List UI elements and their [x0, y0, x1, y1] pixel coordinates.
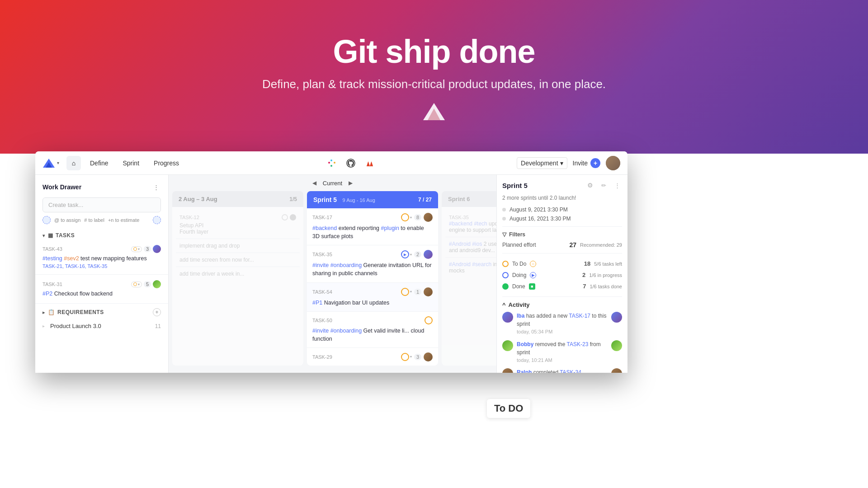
sidebar-options-button[interactable]: ⋮: [151, 182, 161, 192]
status-row-todo: To Do ○ 18 5/6 tasks left: [502, 258, 622, 269]
sprint-6-task-1[interactable]: TASK-35 #backend #tech update JSON to co…: [445, 211, 496, 237]
todo-count: 18: [584, 260, 590, 267]
task-card-35[interactable]: TASK-35 ▾ 2: [307, 245, 438, 282]
task-29-avatar: [424, 352, 433, 361]
tasks-section-header[interactable]: ▾ ▦ TASKS: [35, 230, 168, 241]
divider: [35, 274, 168, 275]
bobby-task-link[interactable]: TASK-23: [567, 341, 589, 347]
nav-logo[interactable]: ▾: [42, 158, 59, 168]
sprint-5-body: TASK-17 ▾ 8: [307, 208, 438, 366]
iba-text: has added a new: [526, 313, 569, 319]
sprint-4-task-2[interactable]: implement drag and drop: [176, 239, 300, 253]
req-arrow-icon: ▸: [42, 324, 45, 328]
todo-label-bottom: To DO: [487, 399, 530, 418]
bobby-text: removed the: [535, 341, 567, 347]
create-task-input[interactable]: Create task...: [42, 197, 161, 212]
task-id-43: TASK-43: [42, 246, 62, 252]
assign-plus-circle: [153, 216, 161, 224]
ghost-status-icon: [282, 214, 288, 221]
iba-task-link[interactable]: TASK-17: [569, 313, 590, 319]
task-card-29[interactable]: TASK-29 ▾ 3: [307, 348, 438, 366]
center-content: ◀ Current ▶ 2 Aug – 3 Aug 1/5 TASK-12: [169, 175, 496, 373]
status-row-done: Done ■ 7 1/6 tasks done: [502, 281, 622, 292]
task-35-avatar: [424, 250, 433, 259]
sprint-edit-icon[interactable]: ✏: [599, 180, 609, 190]
priority-dropdown-icon: ▾: [138, 247, 140, 251]
nav-progress-link[interactable]: Progress: [148, 157, 184, 169]
task-35-dropdown-arrow[interactable]: ▾: [410, 253, 412, 257]
bobby-time: today, 10:21 AM: [517, 357, 608, 364]
nav-home-button[interactable]: ⌂: [66, 156, 81, 170]
sprint-board: 2 Aug – 3 Aug 1/5 TASK-12: [169, 189, 496, 369]
sprint-6-body: TASK-35 #backend #tech update JSON to co…: [442, 207, 496, 366]
gitlab-icon[interactable]: [364, 157, 376, 169]
requirements-section-header[interactable]: ▸ 📋 REQUIREMENTS +: [35, 305, 168, 319]
app-logo-icon: [42, 158, 55, 168]
sprint-4-body: TASK-12 Setup APIFourth layer implement …: [172, 207, 303, 366]
github-icon[interactable]: [345, 157, 357, 169]
nav-sprint-link[interactable]: Sprint: [117, 157, 145, 169]
sprint-nav: ◀ Current ▶: [169, 175, 496, 189]
sprint-next-arrow[interactable]: ▶: [346, 178, 355, 188]
nav-logo-dropdown-arrow[interactable]: ▾: [57, 160, 59, 165]
requirement-item[interactable]: ▸ Product Launch 3.0 11: [35, 319, 168, 333]
tasks-section-label: TASKS: [56, 232, 75, 239]
done-count: 7: [583, 283, 586, 290]
invite-button[interactable]: Invite +: [573, 158, 600, 168]
task-id-31: TASK-31: [42, 282, 62, 287]
sprint-4-title: 2 Aug – 3 Aug: [179, 196, 217, 202]
slack-icon[interactable]: [326, 157, 338, 169]
task-17-dropdown-arrow[interactable]: ▾: [410, 216, 412, 220]
task-54-dropdown-arrow[interactable]: ▾: [410, 290, 412, 294]
svg-rect-4: [328, 162, 330, 164]
main-layout: Work Drawer ⋮ Create task... @ to assign…: [35, 175, 627, 373]
sprint-more-icon[interactable]: ⋮: [612, 180, 622, 190]
count-badge-43: 3: [144, 246, 151, 252]
sprint-col-6: Sprint 6 TASK-35 #backend #tech update J…: [442, 191, 496, 366]
end-date-dot-icon: [502, 217, 506, 221]
req-label: Product Launch 3.0: [50, 323, 101, 329]
task-refs-43: TASK-21, TASK-16, TASK-35: [42, 263, 161, 269]
task-item[interactable]: TASK-43 ▾ 3 #testing #sev2 test new mapp…: [35, 241, 168, 272]
activity-header: ^ Activity: [502, 301, 622, 308]
todo-sub: 5/6 tasks left: [594, 261, 622, 267]
sprint-settings-icon[interactable]: ⚙: [585, 180, 595, 190]
status-row-doing: Doing ▶ 2 1/6 in progress: [502, 269, 622, 281]
invite-plus-icon: +: [590, 158, 600, 168]
sprint-6-task-2[interactable]: #Android #ios 2 user reports that on and…: [445, 237, 496, 258]
add-requirement-button[interactable]: +: [153, 308, 161, 316]
team-name: Development: [521, 160, 558, 167]
task-card-54[interactable]: TASK-54 ▾ 1: [307, 283, 438, 312]
sprint-4-task-3[interactable]: add time screen from now for...: [176, 253, 300, 267]
sprint-4-task-1[interactable]: TASK-12 Setup APIFourth layer: [176, 211, 300, 239]
task-text-43: #testing #sev2 test new mapping features: [42, 254, 161, 263]
doing-status-label: Doing: [512, 272, 526, 278]
sprint-6-task-3[interactable]: #Android #search implement we... #CheckI…: [445, 258, 496, 277]
bobby-avatar-right: [611, 340, 622, 351]
nav-center-icons: [188, 157, 513, 169]
sprint-5-title: Sprint 5: [313, 196, 337, 203]
nav-define-link[interactable]: Define: [85, 157, 113, 169]
svg-rect-5: [330, 160, 332, 161]
task-17-text: #backend extend reporting #plugin to ena…: [312, 224, 433, 240]
sprint-6-title: Sprint 6: [448, 196, 470, 202]
user-avatar[interactable]: [606, 156, 620, 170]
task-card-17[interactable]: TASK-17 ▾ 8: [307, 208, 438, 245]
hero-section: Git ship done Define, plan & track missi…: [0, 0, 868, 154]
recommended-value: Recommended: 29: [580, 242, 622, 248]
task-item-31[interactable]: TASK-31 ▾ 5 #P2 Checkout flow backend: [35, 277, 168, 301]
task-avatar-31: [153, 280, 161, 288]
task-17-count: 8: [414, 214, 421, 221]
ralph-task-link[interactable]: TASK-34: [560, 369, 581, 373]
team-selector[interactable]: Development ▾: [517, 157, 567, 169]
sprint-prev-arrow[interactable]: ◀: [310, 178, 319, 188]
hero-logo-icon: [422, 102, 446, 121]
sprint-4-task-4[interactable]: add time driver a week in...: [176, 267, 300, 281]
bobby-name: Bobby: [517, 341, 533, 347]
task-card-50[interactable]: TASK-50 #invite #onboarding Get valid in…: [307, 312, 438, 348]
task-29-dropdown-arrow[interactable]: ▾: [410, 355, 412, 359]
filters-header: ▽ Filters: [502, 231, 622, 238]
done-icon-sm: ■: [529, 283, 535, 290]
priority-dropdown-31: ▾: [138, 282, 140, 286]
requirements-section-label: REQUIREMENTS: [57, 309, 104, 315]
